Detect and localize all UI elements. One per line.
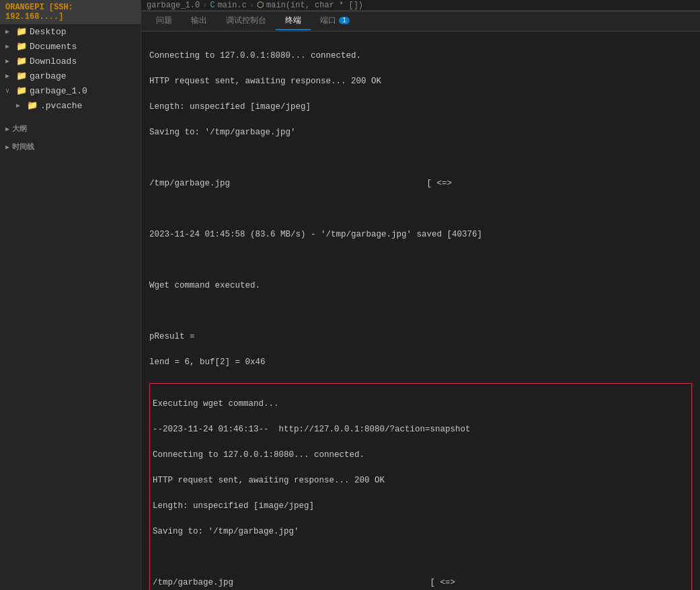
chevron-right-icon: ▶ xyxy=(5,72,13,80)
sidebar-title: ORANGEPI [SSH: 192.168....] xyxy=(0,0,141,24)
sidebar-item-garbage10[interactable]: ∨ 📁 garbage_1.0 xyxy=(0,83,141,98)
sidebar-item-garbage[interactable]: ▶ 📁 garbage xyxy=(0,69,141,83)
folder-icon: 📁 xyxy=(16,56,27,67)
breadcrumb: garbage_1.0 › C main.c › ⬡ main(int, cha… xyxy=(141,0,700,11)
folder-icon: 📁 xyxy=(16,41,27,52)
terminal-output[interactable]: Connecting to 127.0.0.1:8080... connecte… xyxy=(141,32,700,590)
chevron-right-icon: ▶ xyxy=(16,101,24,110)
breadcrumb-func-icon: ⬡ xyxy=(257,0,264,10)
breadcrumb-part1: garbage_1.0 xyxy=(147,1,200,10)
folder-icon: 📁 xyxy=(27,100,38,111)
term-line: Executing wget command... xyxy=(153,398,689,411)
folder-icon: 📁 xyxy=(16,85,27,96)
term-line: /tmp/garbage.jpg [ <=> xyxy=(149,177,692,190)
folder-icon: 📁 xyxy=(16,26,27,37)
highlighted-block-1: Executing wget command... --2023-11-24 0… xyxy=(149,383,692,590)
term-line xyxy=(149,305,692,318)
term-line: Length: unspecified [image/jpeg] xyxy=(153,500,689,513)
port-badge: 1 xyxy=(339,17,350,24)
panel-tabs: 问题 输出 调试控制台 终端 端口 1 xyxy=(141,11,700,32)
sidebar: ORANGEPI [SSH: 192.168....] ▶ 📁 Desktop … xyxy=(0,0,141,590)
term-line: HTTP request sent, awaiting response... … xyxy=(153,474,689,487)
sidebar-section-timeline[interactable]: ▶ 时间线 xyxy=(0,139,141,155)
sidebar-item-pvcache[interactable]: ▶ 📁 .pvcache xyxy=(0,98,141,113)
chevron-right-icon: ▶ xyxy=(5,28,13,36)
term-line: Saving to: '/tmp/garbage.jpg' xyxy=(149,126,692,139)
term-line: pResult = xyxy=(149,331,692,343)
chevron-right-icon: ▶ xyxy=(5,143,9,151)
sidebar-section-outline[interactable]: ▶ 大纲 xyxy=(0,121,141,136)
chevron-down-icon: ∨ xyxy=(5,87,13,95)
term-line: Saving to: '/tmp/garbage.jpg' xyxy=(153,525,689,538)
term-line: lend = 6, buf[2] = 0x46 xyxy=(149,356,692,369)
term-line: --2023-11-24 01:46:13-- http://127.0.0.1… xyxy=(153,423,689,436)
term-line: Wget command executed. xyxy=(149,280,692,292)
tab-debug-console[interactable]: 调试控制台 xyxy=(217,12,276,30)
tab-terminal[interactable]: 终端 xyxy=(276,12,311,30)
tab-problems[interactable]: 问题 xyxy=(147,12,182,30)
term-line: /tmp/garbage.jpg [ <=> xyxy=(153,577,689,589)
main-area: garbage_1.0 › C main.c › ⬡ main(int, cha… xyxy=(141,0,700,590)
sidebar-item-desktop[interactable]: ▶ 📁 Desktop xyxy=(0,24,141,39)
term-line: Length: unspecified [image/jpeg] xyxy=(149,101,692,114)
term-line xyxy=(153,551,689,564)
term-line: HTTP request sent, awaiting response... … xyxy=(149,75,692,88)
sidebar-item-documents[interactable]: ▶ 📁 Documents xyxy=(0,39,141,54)
chevron-right-icon: ▶ xyxy=(5,57,13,65)
term-line xyxy=(149,152,692,165)
breadcrumb-part2: main.c xyxy=(218,1,247,10)
chevron-right-icon: ▶ xyxy=(5,125,9,133)
sidebar-item-downloads[interactable]: ▶ 📁 Downloads xyxy=(0,54,141,69)
breadcrumb-c-icon: C xyxy=(210,1,215,10)
term-line: 2023-11-24 01:45:58 (83.6 MB/s) - '/tmp/… xyxy=(149,228,692,241)
term-line: Connecting to 127.0.0.1:8080... connecte… xyxy=(153,449,689,462)
tab-output[interactable]: 输出 xyxy=(182,12,217,30)
panel-area: 问题 输出 调试控制台 终端 端口 1 Connecting to 127.0.… xyxy=(141,11,700,590)
breadcrumb-part3: main(int, char * []) xyxy=(266,1,363,10)
folder-icon: 📁 xyxy=(16,71,27,81)
term-line: Connecting to 127.0.0.1:8080... connecte… xyxy=(149,50,692,62)
chevron-right-icon: ▶ xyxy=(5,42,13,50)
term-line xyxy=(149,254,692,267)
term-line xyxy=(149,203,692,216)
tab-ports[interactable]: 端口 1 xyxy=(311,12,359,30)
